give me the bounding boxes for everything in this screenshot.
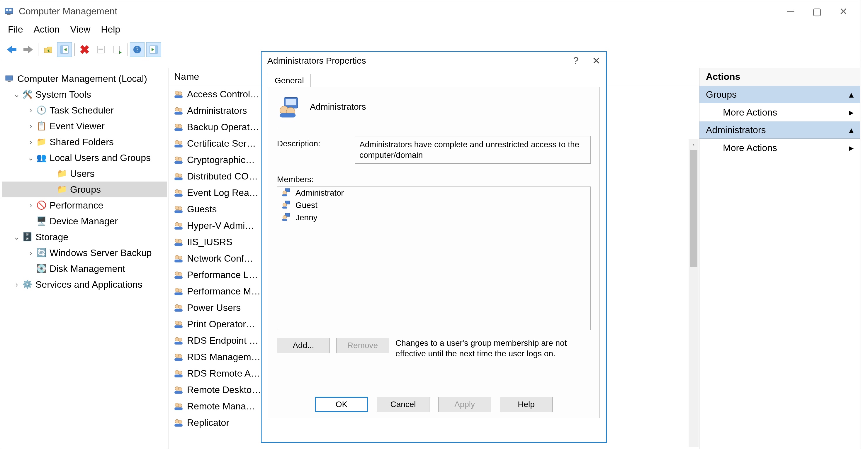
export-button[interactable] [110,42,125,57]
tree-event-viewer[interactable]: ›📋Event Viewer [2,118,167,134]
tree-device-manager[interactable]: 🖥️Device Manager [2,213,167,229]
menu-action[interactable]: Action [34,24,60,35]
svg-point-80 [178,404,182,408]
scroll-up-icon[interactable]: ▴ [689,139,699,149]
svg-text:?: ? [136,46,138,53]
expander-icon[interactable]: › [27,134,35,150]
tree-server-backup[interactable]: ›🔄Windows Server Backup [2,245,167,261]
svg-rect-51 [175,243,183,246]
list-item-label: Hyper-V Admi… [187,219,254,232]
expander-icon[interactable]: ⌄ [27,150,35,166]
tree-label: Disk Management [50,261,125,276]
member-item[interactable]: Guest [277,199,590,211]
actions-section-groups[interactable]: Groups▴ [700,86,860,103]
delete-button[interactable]: ✖ [77,42,92,57]
user-icon [281,213,291,222]
help-button[interactable]: ? [130,42,145,57]
close-button[interactable]: ✕ [830,3,857,19]
tree-performance[interactable]: ›🚫Performance [2,198,167,213]
cancel-button[interactable]: Cancel [377,397,430,412]
tree-root-label: Computer Management (Local) [17,71,147,87]
list-item-label: Remote Mana… [187,400,255,413]
tree-storage[interactable]: ⌄🗄️Storage [2,229,167,245]
actions-more-administrators[interactable]: More Actions▸ [700,139,860,157]
menu-file[interactable]: File [8,24,23,35]
expander-icon[interactable]: › [27,118,35,134]
expander-icon[interactable]: › [27,198,35,213]
group-icon [174,122,184,132]
svg-rect-39 [175,177,183,180]
tree-root[interactable]: Computer Management (Local) [2,71,167,87]
maximize-button[interactable]: ▢ [804,3,830,19]
member-item[interactable]: Administrator [277,187,590,199]
tab-general[interactable]: General [268,74,311,87]
list-item-label: Performance L… [187,268,258,281]
svg-rect-60 [175,292,183,295]
group-icon [174,89,184,99]
list-item-label: Performance M… [187,285,260,298]
actions-section-administrators[interactable]: Administrators▴ [700,121,860,139]
tree-disk-management[interactable]: 💽Disk Management [2,261,167,276]
group-icon [174,171,184,181]
minimize-button[interactable]: ─ [777,3,804,19]
administrators-properties-dialog: Administrators Properties ? ✕ General Ad… [261,51,607,443]
description-field[interactable]: Administrators have complete and unrestr… [355,136,591,163]
group-icon [174,319,184,329]
tree-label: Performance [50,198,103,213]
tree-services-apps[interactable]: ›⚙️Services and Applications [2,276,167,292]
svg-point-41 [178,190,182,194]
user-icon [281,188,291,198]
tree-label: Task Scheduler [50,102,114,118]
group-icon [174,188,184,198]
collapse-icon[interactable]: ▴ [849,124,854,136]
show-hide-action-pane-button[interactable] [146,42,161,57]
list-item-label: Backup Operat… [187,121,259,133]
list-item-label: Administrators [187,104,247,117]
svg-point-74 [178,371,182,375]
dialog-title: Administrators Properties [267,56,366,66]
list-item-label: Cryptographic… [187,153,255,166]
group-icon [174,237,184,247]
svg-marker-4 [7,46,17,53]
expander-icon[interactable]: › [12,276,21,292]
tree-label: Device Manager [50,213,118,229]
tree-groups[interactable]: 📁Groups [2,182,167,198]
back-button[interactable] [4,42,19,57]
dialog-close-button[interactable]: ✕ [592,55,600,66]
svg-rect-20 [6,76,12,80]
apply-button: Apply [438,397,491,412]
forward-button[interactable] [21,42,35,57]
actions-more-groups[interactable]: More Actions▸ [700,103,860,121]
member-name: Guest [296,201,317,210]
menu-view[interactable]: View [70,24,91,35]
collapse-icon[interactable]: ▴ [849,89,854,100]
ok-button[interactable]: OK [315,397,368,412]
svg-point-47 [178,223,182,227]
svg-point-59 [178,289,182,293]
vertical-scrollbar[interactable]: ▴ [689,139,699,447]
tree-label: Services and Applications [35,276,143,292]
scroll-thumb[interactable] [690,150,698,267]
tree-task-scheduler[interactable]: ›🕒Task Scheduler [2,102,167,118]
expander-icon[interactable]: ⌄ [12,229,21,245]
tree-system-tools[interactable]: ⌄🛠️System Tools [2,87,167,102]
expander-icon[interactable]: › [27,102,35,118]
tree-shared-folders[interactable]: ›📁Shared Folders [2,134,167,150]
console-tree[interactable]: Computer Management (Local) ⌄🛠️System To… [0,68,169,449]
up-level-button[interactable] [41,42,55,57]
expander-icon[interactable]: › [27,245,35,261]
tree-users[interactable]: 📁Users [2,166,167,182]
properties-button[interactable] [94,42,108,57]
show-hide-tree-button[interactable] [57,42,72,57]
menu-help[interactable]: Help [101,24,120,35]
disk-icon: 💽 [36,263,46,274]
dialog-help-bottom-button[interactable]: Help [500,397,553,412]
dialog-help-button[interactable]: ? [573,55,579,66]
svg-point-94 [283,203,287,207]
expander-icon[interactable]: ⌄ [12,87,21,102]
member-item[interactable]: Jenny [277,211,590,224]
tree-local-users-groups[interactable]: ⌄👥Local Users and Groups [2,150,167,166]
add-button[interactable]: Add... [277,338,330,353]
members-list[interactable]: AdministratorGuestJenny [277,186,591,330]
list-item-label: Distributed CO… [187,170,258,183]
